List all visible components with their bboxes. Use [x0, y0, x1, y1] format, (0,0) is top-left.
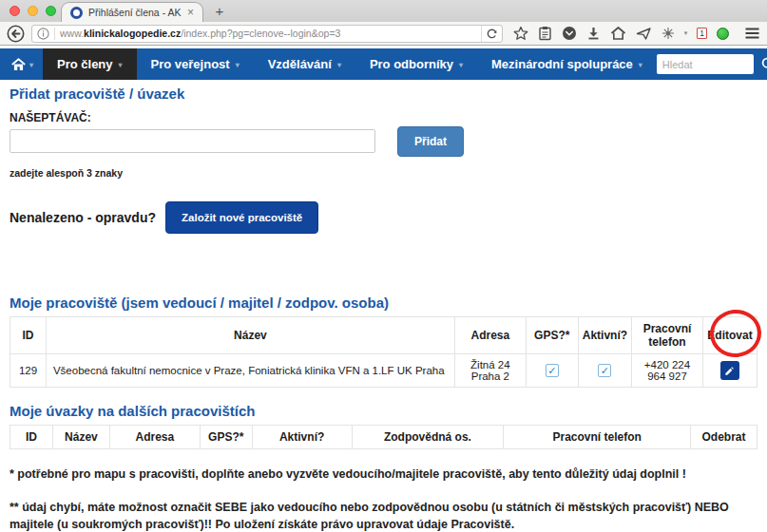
tab-close-icon[interactable]: × — [187, 7, 194, 18]
col-id: ID — [10, 317, 47, 354]
window-zoom-button[interactable] — [46, 6, 56, 16]
bookmarks-panel-icon[interactable] — [538, 26, 552, 41]
chevron-down-icon: ▾ — [119, 61, 123, 69]
gps-checkbox[interactable] — [546, 364, 559, 377]
edit-button[interactable] — [720, 361, 739, 380]
reload-button[interactable] — [481, 26, 502, 42]
pocket-icon[interactable] — [562, 26, 577, 41]
home-icon[interactable] — [610, 26, 626, 41]
nav-item-label: Pro odborníky — [370, 57, 453, 71]
extension-green-icon[interactable] — [717, 28, 729, 40]
add-button[interactable]: Přidat — [397, 126, 464, 157]
col-nazev: Název — [46, 317, 454, 354]
footnote-gps: * potřebné pro mapu s pracovišti, doplňt… — [10, 466, 757, 483]
url-text: www.klinickalogopedie.cz/index.php?pg=cl… — [60, 28, 476, 39]
my-workplaces-table: ID Název Adresa GPS?* Aktivní? Pracovní … — [10, 316, 757, 388]
col-adresa: Adresa — [109, 426, 200, 449]
chevron-down-icon: ▾ — [236, 61, 240, 69]
site-favicon-icon — [70, 7, 83, 19]
nav-item-label: Vzdělávání — [268, 57, 332, 71]
footnote-missing-data: ** údaj chybí, máte možnost označit SEBE… — [10, 499, 757, 532]
nav-item-pro-odborniky[interactable]: Pro odborníky ▾ — [355, 48, 477, 80]
bookmark-star-icon[interactable] — [513, 26, 528, 41]
site-navigation: ▾ Pro členy ▾ Pro veřejnost ▾ Vzdělávání… — [0, 48, 767, 80]
pencil-icon — [724, 366, 735, 376]
menu-hamburger-icon[interactable] — [744, 27, 760, 40]
url-bar[interactable]: www.klinickalogopedie.cz/index.php?pg=cl… — [31, 25, 503, 43]
col-telefon: Pracovní telefon — [632, 317, 703, 354]
my-engagements-table: ID Název Adresa GPS?* Aktivní? Zodpovědn… — [10, 425, 757, 449]
tab-title: Přihlášení člena - AKL — [88, 7, 182, 18]
new-tab-button[interactable]: + — [211, 3, 228, 19]
info-icon[interactable] — [37, 28, 49, 40]
my-workplaces-title: Moje pracoviště (jsem vedoucí / majitel … — [10, 294, 757, 311]
cell-phone: +420 224 964 927 — [632, 354, 703, 388]
col-adresa: Adresa — [454, 317, 526, 354]
nav-item-label: Pro veřejnost — [151, 57, 230, 71]
nav-item-pro-verejnost[interactable]: Pro veřejnost ▾ — [137, 48, 254, 80]
window-controls[interactable] — [10, 6, 56, 16]
nav-item-vzdelavani[interactable]: Vzdělávání ▾ — [254, 48, 355, 80]
page-title: Přidat pracoviště / úvazek — [10, 86, 757, 102]
suggester-label: NAŠEPTÁVAČ: — [10, 111, 757, 124]
downloads-icon[interactable] — [586, 26, 601, 41]
col-id: ID — [10, 426, 53, 449]
not-found-label: Nenalezeno - opravdu? — [10, 210, 156, 225]
window-close-button[interactable] — [10, 6, 20, 16]
col-zodpovedna: Zodpovědná os. — [352, 426, 504, 449]
cell-address: Žitná 24 Praha 2 — [454, 354, 526, 388]
back-button[interactable] — [7, 25, 25, 43]
col-gps: GPS?* — [200, 426, 252, 449]
nav-item-mezinarodni-spoluprace[interactable]: Mezinárodní spolupráce ▾ — [477, 48, 657, 80]
notification-badge: 1 — [697, 28, 707, 39]
col-aktivni: Aktivní? — [252, 426, 352, 449]
nav-item-pro-cleny[interactable]: Pro členy ▾ — [43, 48, 137, 80]
chevron-down-icon: ▾ — [639, 61, 642, 69]
chevron-down-icon: ▾ — [337, 61, 341, 69]
col-telefon: Pracovní telefon — [504, 426, 691, 449]
search-icon[interactable] — [761, 57, 767, 71]
suggester-hint: zadejte alespoň 3 znaky — [10, 167, 757, 179]
cell-active — [578, 354, 631, 388]
table-header-row: ID Název Adresa GPS?* Aktivní? Zodpovědn… — [10, 426, 757, 449]
col-editovat: Editovat — [702, 317, 757, 354]
suggester-input[interactable] — [10, 129, 375, 153]
send-tab-icon[interactable] — [636, 26, 652, 41]
nav-item-label: Pro členy — [57, 57, 113, 71]
active-checkbox[interactable] — [598, 364, 611, 377]
table-row: 129 Všeobecná fakultní nemocnice v Praze… — [10, 354, 757, 388]
nav-home-item[interactable]: ▾ — [0, 48, 43, 80]
col-aktivni: Aktivní? — [578, 317, 631, 354]
page-content: Přidat pracoviště / úvazek NAŠEPTÁVAČ: P… — [0, 80, 767, 532]
extension-splat-icon[interactable] — [662, 27, 675, 40]
col-gps: GPS?* — [526, 317, 578, 354]
nav-home-caret-icon: ▾ — [29, 61, 33, 69]
nav-item-label: Mezinárodní spolupráce — [491, 57, 633, 71]
cell-edit — [702, 354, 757, 388]
cell-gps — [526, 354, 578, 388]
create-workplace-button[interactable]: Založit nové pracoviště — [165, 201, 318, 234]
extension-caret-icon[interactable]: ▾ — [684, 29, 688, 37]
window-minimize-button[interactable] — [28, 6, 38, 16]
col-odebrat: Odebrat — [690, 426, 757, 449]
col-nazev: Název — [52, 426, 109, 449]
browser-chrome: Přihlášení člena - AKL × + www.klinickal… — [0, 0, 767, 46]
browser-toolbar: www.klinickalogopedie.cz/index.php?pg=cl… — [0, 22, 767, 46]
my-engagements-title: Moje úvazky na dalších pracovištích — [10, 403, 757, 419]
home-nav-icon — [11, 58, 26, 71]
search-input[interactable] — [657, 54, 754, 74]
toolbar-icons: ▾ 1 — [513, 26, 760, 41]
table-header-row: ID Název Adresa GPS?* Aktivní? Pracovní … — [10, 317, 757, 354]
cell-id: 129 — [10, 354, 47, 388]
tab-bar: Přihlášení člena - AKL × + — [0, 0, 767, 22]
chevron-down-icon: ▾ — [459, 61, 463, 69]
urlbar-divider — [54, 28, 55, 40]
browser-tab[interactable]: Přihlášení člena - AKL × — [61, 2, 203, 22]
cell-name: Všeobecná fakultní nemocnice v Praze, Fo… — [46, 354, 454, 388]
nav-search — [657, 48, 767, 80]
